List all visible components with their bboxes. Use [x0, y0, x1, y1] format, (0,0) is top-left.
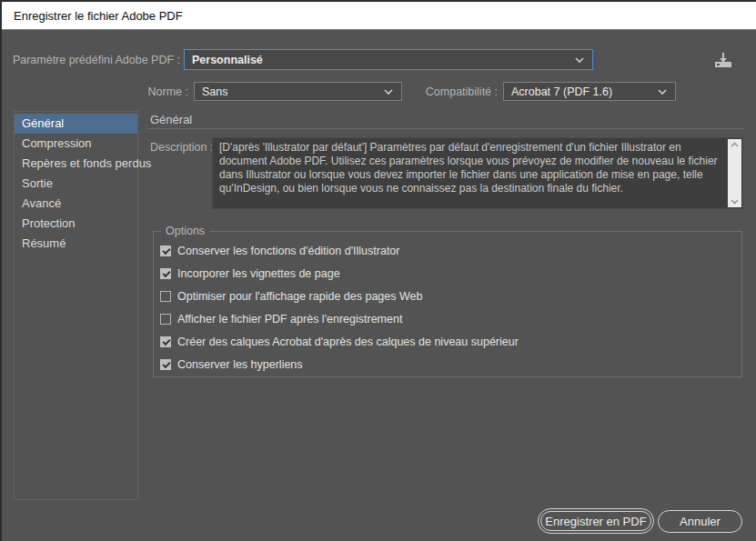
save-pdf-button-label: Enregistrer en PDF — [540, 511, 651, 531]
sidebar-item-resume[interactable]: Résumé — [15, 234, 137, 254]
section-title: Général — [150, 113, 192, 126]
description-textarea[interactable]: [D'après 'Illustrator par défaut'] Param… — [212, 137, 743, 209]
checkbox-icon[interactable] — [160, 314, 171, 325]
cancel-button[interactable]: Annuler — [658, 510, 742, 533]
sidebar-item-protection[interactable]: Protection — [15, 214, 137, 234]
checkbox-icon[interactable] — [160, 245, 171, 256]
sidebar-item-avance[interactable]: Avancé — [15, 194, 137, 214]
section-divider — [147, 128, 743, 129]
save-preset-icon[interactable] — [710, 49, 735, 71]
option-view-after-save[interactable]: Afficher le fichier PDF après l'enregist… — [154, 307, 741, 330]
option-label: Afficher le fichier PDF après l'enregist… — [177, 313, 402, 326]
standard-value: Sans — [202, 85, 378, 98]
option-acrobat-layers[interactable]: Créer des calques Acrobat d'après des ca… — [154, 330, 741, 353]
compatibility-value: Acrobat 7 (PDF 1.6) — [511, 85, 651, 98]
description-label: Description : — [150, 141, 213, 154]
option-preserve-editing[interactable]: Conserver les fonctions d'édition d'Illu… — [154, 239, 741, 262]
option-embed-thumbnails[interactable]: Incorporer les vignettes de page — [154, 262, 741, 285]
scroll-down-icon[interactable] — [731, 199, 739, 205]
chevron-down-icon — [383, 86, 394, 97]
preset-label: Paramètre prédéfini Adobe PDF : — [11, 54, 180, 66]
checkbox-icon[interactable] — [160, 268, 171, 279]
chevron-down-icon — [574, 55, 585, 65]
option-label: Conserver les fonctions d'édition d'Illu… — [177, 245, 399, 257]
options-group-title: Options — [161, 225, 209, 237]
sidebar-item-general[interactable]: Général — [15, 114, 137, 134]
option-preserve-hyperlinks[interactable]: Conserver les hyperliens — [154, 353, 741, 376]
sidebar-item-compression[interactable]: Compression — [15, 134, 137, 154]
description-text: [D'après 'Illustrator par défaut'] Param… — [219, 141, 718, 195]
standard-label: Norme : — [93, 85, 188, 98]
sidebar-item-reperes[interactable]: Repères et fonds perdus — [15, 154, 137, 174]
dialog-title: Enregistrer le fichier Adobe PDF — [2, 2, 756, 30]
category-list: Général Compression Repères et fonds per… — [14, 111, 138, 500]
chevron-down-icon — [657, 86, 668, 97]
description-scrollbar[interactable] — [728, 139, 741, 207]
sidebar-item-sortie[interactable]: Sortie — [15, 174, 137, 194]
checkbox-icon[interactable] — [160, 359, 171, 370]
checkbox-icon[interactable] — [160, 336, 171, 347]
option-label: Optimiser pour l'affichage rapide des pa… — [177, 290, 422, 303]
option-label: Créer des calques Acrobat d'après des ca… — [177, 336, 519, 348]
save-adobe-pdf-dialog: Enregistrer le fichier Adobe PDF Paramèt… — [0, 0, 756, 541]
save-pdf-button[interactable]: Enregistrer en PDF — [538, 508, 654, 534]
compatibility-label: Compatibilité : — [409, 85, 498, 98]
standard-dropdown[interactable]: Sans — [194, 82, 402, 101]
options-group: Options Conserver les fonctions d'éditio… — [153, 231, 742, 377]
scroll-up-icon[interactable] — [731, 142, 739, 147]
preset-dropdown[interactable]: Personnalisé — [184, 49, 593, 70]
compatibility-dropdown[interactable]: Acrobat 7 (PDF 1.6) — [503, 82, 676, 101]
option-label: Conserver les hyperliens — [177, 358, 303, 371]
checkbox-icon[interactable] — [160, 291, 171, 302]
preset-value: Personnalisé — [192, 54, 569, 66]
option-label: Incorporer les vignettes de page — [177, 267, 340, 280]
option-optimize-web[interactable]: Optimiser pour l'affichage rapide des pa… — [154, 285, 741, 307]
